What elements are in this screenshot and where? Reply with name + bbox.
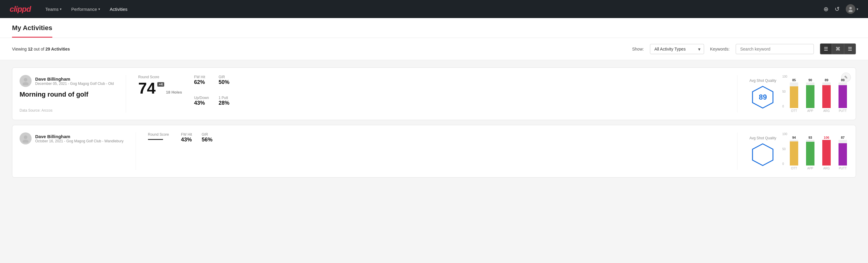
y-label-50-2: 50 [782,147,787,151]
fw-hit-label: FW Hit [194,75,209,79]
score-number: 74 [138,80,155,96]
gir-label-2: GIR [202,133,213,137]
compact-list-view-button[interactable]: ☰ [820,43,832,54]
bar-app: 90 [805,75,816,108]
bar-app-2: 93 [805,133,816,166]
hexagon-container: 89 [749,85,776,109]
bar-app-bg [806,83,814,108]
gir-stat: GIR 50% [219,75,234,92]
activity-card: ✎ Dave Billingham December 05, 2021 - Go… [12,67,856,120]
bar-x-labels: OTT APP ARG PUTT [782,109,848,113]
shot-quality-section-2: Avg Shot Quality [749,136,776,167]
svg-marker-7 [752,144,773,166]
round-score-value: 74 +4 18 Holes [138,80,182,96]
viewing-count: 12 [28,47,33,52]
sub-stats-2: FW Hit 43% GIR 56% [181,133,213,170]
user-avatar-2 [20,133,32,144]
shot-quality-label-2: Avg Shot Quality [749,136,776,140]
user-date: December 05, 2021 - Gog Magog Golf Club … [35,82,114,86]
round-score-label: Round Score [138,75,182,79]
bar-putt-2: 87 [837,133,848,166]
sub-stats: FW Hit 62% GIR 50% Up/Down 43% 1 Putt 28… [194,75,234,113]
viewing-prefix: Viewing [12,47,27,52]
fw-hit-stat-2: FW Hit 43% [181,133,192,170]
data-source: Data Source: Arccos [20,108,114,113]
nav-activities-label: Activities [110,7,127,12]
view-toggle: ☰ ⌘ ☰ [820,43,856,55]
bar-ott-value: 85 [792,78,796,82]
one-putt-stat: 1 Putt 28% [219,96,234,113]
x-label-arg: ARG [821,109,832,113]
updown-value: 43% [194,100,209,106]
nav-teams-label: Teams [45,7,59,12]
nav-activities[interactable]: Activities [110,1,127,18]
fw-hit-value-2: 43% [181,137,192,143]
y-label-100: 100 [782,75,787,78]
fw-hit-stat: FW Hit 62% [194,75,209,92]
round-score-label-2: Round Score [148,133,169,137]
y-label-50: 50 [782,90,787,93]
bar-arg: 89 [821,75,832,108]
bar-ott-2: 94 [788,133,800,166]
add-button[interactable]: ⊕ [824,5,829,12]
bar-arg-value: 89 [825,78,828,82]
list-icon: ☰ [848,46,852,52]
list-view-button[interactable]: ☰ [844,43,856,54]
bar-ott-fill [790,86,798,108]
viewing-total: 29 [45,47,50,52]
nav-teams[interactable]: Teams ▾ [45,1,62,18]
bar-arg-2: 106 [821,133,832,166]
avatar [846,4,856,14]
y-label-0: 0 [782,105,787,108]
bar-chart: 100 50 0 85 90 [782,75,848,113]
card-quality: Avg Shot Quality 89 100 50 0 [749,75,848,113]
gir-stat-2: GIR 56% [202,133,213,170]
round-score-group: Round Score 74 +4 18 Holes [138,75,182,113]
viewing-suffix: Activities [51,47,70,52]
y-label-100-2: 100 [782,133,787,136]
activity-type-select-wrapper: All Activity Types [650,44,704,54]
user-row: Dave Billingham December 05, 2021 - Gog … [20,75,114,87]
bar-ott-bg [790,83,798,108]
gir-value: 50% [219,79,234,85]
user-info: Dave Billingham December 05, 2021 - Gog … [35,77,114,86]
card-quality-2: Avg Shot Quality 100 50 0 [749,133,848,170]
nav-performance-label: Performance [71,7,97,12]
user-avatar-button[interactable]: ▾ [846,4,858,14]
svg-point-6 [23,140,29,143]
x-label-putt: PUTT [837,109,848,113]
x-label-putt-2: PUTT [837,167,848,170]
search-input[interactable] [736,44,814,54]
bar-arg-fill [822,85,831,108]
svg-point-3 [23,82,29,85]
refresh-button[interactable]: ↺ [835,5,840,12]
updown-label: Up/Down [194,96,209,100]
bar-ott-value-2: 94 [792,136,796,139]
grid-view-button[interactable]: ⌘ [832,43,844,54]
bar-app-fill [806,85,814,108]
show-label: Show: [632,47,644,52]
card-left: Dave Billingham December 05, 2021 - Gog … [20,75,114,113]
user-avatar [20,75,32,87]
nav-performance[interactable]: Performance ▾ [71,1,100,18]
logo[interactable]: clippd [10,4,31,14]
hexagon-value: 89 [759,93,767,101]
activity-card-2: Dave Billingham October 16, 2021 - Gog M… [12,125,856,178]
card-stats: Round Score 74 +4 18 Holes FW Hit 62% GI… [138,75,725,113]
user-chevron-icon: ▾ [857,7,858,11]
grid-icon: ⌘ [836,46,840,52]
bar-putt-value: 89 [841,78,844,82]
shot-quality-label: Avg Shot Quality [749,79,776,83]
hexagon-2 [751,143,775,167]
holes-label: 18 Holes [166,90,182,96]
gir-label: GIR [219,75,234,79]
compact-list-icon: ☰ [824,46,828,52]
hexagon-container-2 [749,143,776,167]
card-stats-2: Round Score FW Hit 43% GIR 56% [148,133,725,170]
round-score-group-2: Round Score [148,133,169,170]
x-label-app-2: APP [805,167,816,170]
bar-putt: 89 [837,75,848,108]
svg-point-1 [848,10,852,12]
activity-type-select[interactable]: All Activity Types [650,44,704,54]
page-header: My Activities [0,18,868,38]
